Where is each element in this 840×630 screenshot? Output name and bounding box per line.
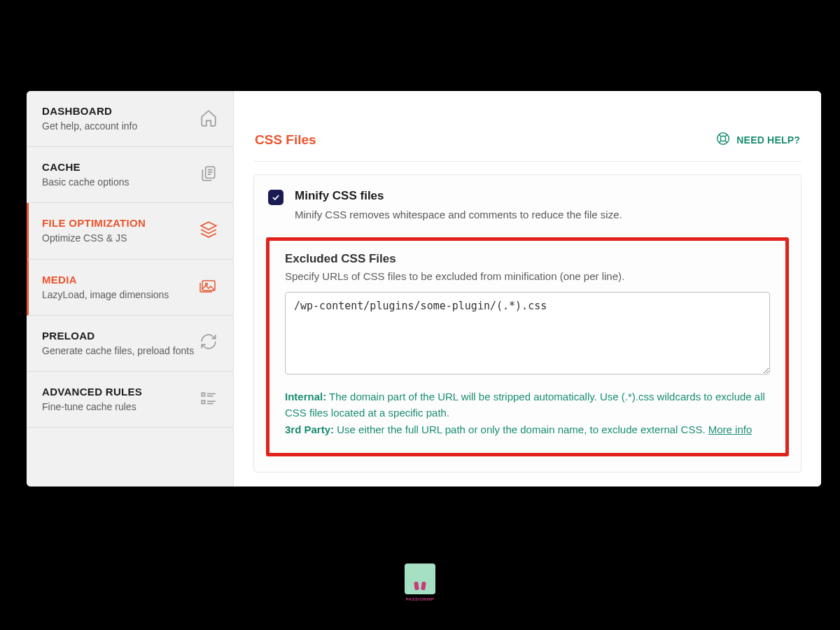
images-icon <box>198 277 218 297</box>
more-info-link[interactable]: More info <box>708 424 752 435</box>
sidebar: DASHBOARD Get help, account info CACHE B… <box>27 91 234 486</box>
sidebar-item-title: FILE OPTIMIZATION <box>42 217 146 229</box>
excluded-css-box: Excluded CSS Files Specify URLs of CSS f… <box>266 237 789 456</box>
sidebar-item-title: MEDIA <box>42 274 169 286</box>
lifebuoy-icon <box>715 131 731 148</box>
note-3rd-label: 3rd Party: <box>285 424 334 435</box>
list-icon <box>200 389 218 410</box>
excluded-title: Excluded CSS Files <box>285 252 770 266</box>
minify-checkbox[interactable] <box>268 190 284 205</box>
logo-text: PASSIONWP <box>406 597 435 601</box>
logo-mark-icon <box>405 564 435 594</box>
excluded-notes: Internal: The domain part of the URL wil… <box>285 388 770 438</box>
page-title: CSS Files <box>255 132 316 148</box>
sidebar-item-title: PRELOAD <box>42 330 194 342</box>
copy-icon <box>200 164 218 186</box>
footer-logo: PASSIONWP <box>403 564 437 612</box>
sidebar-item-title: CACHE <box>42 161 130 173</box>
svg-point-11 <box>721 136 726 141</box>
svg-line-14 <box>719 141 721 143</box>
sidebar-item-cache[interactable]: CACHE Basic cache options <box>27 147 233 203</box>
app-window: DASHBOARD Get help, account info CACHE B… <box>27 91 821 486</box>
sidebar-item-file-optimization[interactable]: FILE OPTIMIZATION Optimize CSS & JS <box>27 203 233 259</box>
excluded-desc: Specify URLs of CSS files to be excluded… <box>285 270 770 282</box>
sidebar-item-preload[interactable]: PRELOAD Generate cache files, preload fo… <box>27 316 233 372</box>
sidebar-item-sub: Basic cache options <box>42 176 130 188</box>
excluded-css-textarea[interactable] <box>285 292 770 374</box>
layers-icon <box>200 220 218 241</box>
minify-title: Minify CSS files <box>295 189 622 203</box>
minify-option-row: Minify CSS files Minify CSS removes whit… <box>268 189 787 220</box>
main-header: CSS Files NEED HELP? <box>253 106 802 162</box>
sidebar-item-sub: Fine-tune cache rules <box>42 400 142 413</box>
need-help-label: NEED HELP? <box>736 134 800 146</box>
svg-rect-5 <box>202 400 204 403</box>
note-internal-text: The domain part of the URL will be strip… <box>285 391 765 419</box>
need-help-button[interactable]: NEED HELP? <box>715 131 800 148</box>
svg-marker-1 <box>201 222 216 230</box>
note-internal-label: Internal: <box>285 391 326 402</box>
sidebar-item-media[interactable]: MEDIA LazyLoad, image dimensions <box>27 260 233 316</box>
svg-line-15 <box>725 134 727 136</box>
css-settings-panel: Minify CSS files Minify CSS removes whit… <box>253 174 802 472</box>
sidebar-item-sub: LazyLoad, image dimensions <box>42 288 169 301</box>
sidebar-item-title: ADVANCED RULES <box>42 386 142 398</box>
svg-line-13 <box>725 141 727 143</box>
sidebar-item-dashboard[interactable]: DASHBOARD Get help, account info <box>27 91 233 147</box>
main-content: CSS Files NEED HELP? Minify CSS files Mi… <box>234 91 821 486</box>
sidebar-item-title: DASHBOARD <box>42 105 137 117</box>
sidebar-item-sub: Generate cache files, preload fonts <box>42 344 194 357</box>
svg-rect-4 <box>202 393 204 396</box>
sidebar-item-sub: Optimize CSS & JS <box>42 232 146 244</box>
home-icon <box>200 108 218 130</box>
svg-line-12 <box>719 134 721 136</box>
sidebar-item-sub: Get help, account info <box>42 120 137 132</box>
sidebar-item-advanced-rules[interactable]: ADVANCED RULES Fine-tune cache rules <box>27 372 233 428</box>
refresh-icon <box>200 332 218 354</box>
minify-desc: Minify CSS removes whitespace and commen… <box>295 209 622 220</box>
note-3rd-text: Use either the full URL path or only the… <box>334 424 708 435</box>
